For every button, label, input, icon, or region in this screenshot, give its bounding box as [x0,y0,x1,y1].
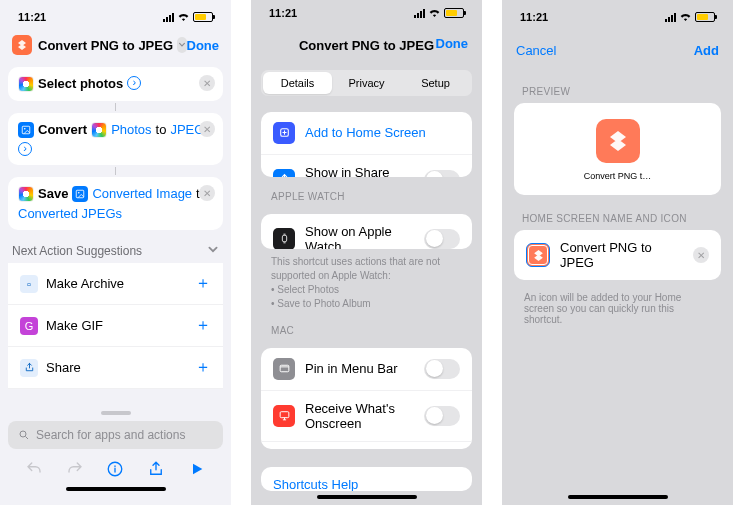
name-field[interactable]: Convert PNG to JPEG [560,240,683,270]
photos-icon [18,186,34,202]
row-label: Show on Apple Watch [305,224,414,249]
action-verb: Save [38,186,68,201]
action-save[interactable]: Save Converted Image to Converted JPEGs … [8,177,223,230]
name-row[interactable]: Convert PNG to JPEG ✕ [514,230,721,280]
remove-action-button[interactable]: ✕ [199,185,215,201]
details-header: Convert PNG to JPEG Done [251,22,482,64]
suggestion-make-gif[interactable]: G Make GIF ＋ [8,305,223,347]
status-bar: 11:21 [502,5,733,29]
name-description: An icon will be added to your Home scree… [502,284,733,333]
redo-button[interactable] [65,459,85,479]
add-button[interactable]: Add [694,43,719,58]
section-apple-watch: APPLE WATCH [251,177,482,204]
section-preview: PREVIEW [502,72,733,99]
watch-icon [273,228,295,249]
toggle-onscreen[interactable] [424,406,460,426]
row-show-watch[interactable]: Show on Apple Watch [261,214,472,249]
clear-button[interactable]: ✕ [693,247,709,263]
svg-point-1 [24,128,26,130]
svg-rect-2 [77,190,85,198]
suggestion-label: Make GIF [46,318,103,333]
done-button[interactable]: Done [187,38,220,53]
toolbar [8,449,223,483]
shortcut-title: Convert PNG to JPEG [38,38,173,53]
row-quick-action[interactable]: Use as Quick Action [261,442,472,449]
status-bar: 11:21 [0,5,231,29]
search-input[interactable]: Search for apps and actions [8,421,223,449]
photos-var-icon [91,122,107,138]
action-param-image[interactable]: Converted Image [92,186,192,201]
suggestion-label: Share [46,360,81,375]
remove-action-button[interactable]: ✕ [199,75,215,91]
section-mac: MAC [251,311,482,338]
group-watch: Show on Apple Watch [261,214,472,249]
archive-icon: ▫ [20,275,38,293]
svg-rect-7 [282,236,286,243]
action-verb: Convert [38,122,87,137]
share-icon [273,169,295,177]
row-label: Show in Share Sheet [305,165,414,177]
bottom-sheet: Search for apps and actions [0,405,231,505]
cancel-button[interactable]: Cancel [516,43,556,58]
gif-icon: G [20,317,38,335]
svg-point-3 [78,192,80,194]
wifi-icon [679,11,692,23]
image-var-icon [72,186,88,202]
preview-label: Convert PNG t… [584,171,652,181]
status-time: 11:21 [520,11,548,23]
name-icon-picker[interactable] [526,243,550,267]
tab-details[interactable]: Details [263,72,332,94]
done-button[interactable]: Done [436,36,469,51]
row-label: Add to Home Screen [305,125,460,140]
tab-privacy[interactable]: Privacy [332,72,401,94]
suggestion-make-archive[interactable]: ▫ Make Archive ＋ [8,263,223,305]
action-param-album[interactable]: Converted JPEGs [18,206,122,221]
connector [0,103,231,111]
signal-icon [665,13,676,22]
row-receive-onscreen[interactable]: Receive What's Onscreen [261,391,472,442]
tab-setup[interactable]: Setup [401,72,470,94]
suggestion-share[interactable]: Share ＋ [8,347,223,389]
remove-action-button[interactable]: ✕ [199,121,215,137]
action-select-photos[interactable]: Select photos ✕ [8,67,223,101]
battery-icon [193,12,213,22]
toggle-share-sheet[interactable] [424,170,460,177]
action-to: to [156,122,167,137]
status-right [665,11,715,23]
row-help[interactable]: Shortcuts Help [261,467,472,491]
shortcut-app-icon [12,35,32,55]
search-icon [18,429,30,441]
row-label: Shortcuts Help [273,477,460,491]
toggle-watch[interactable] [424,229,460,249]
segmented-control[interactable]: Details Privacy Setup [261,70,472,96]
screen-details: 11:21 Convert PNG to JPEG Done Details P… [251,0,482,505]
undo-button[interactable] [24,459,44,479]
title-chevron-icon[interactable] [177,37,186,53]
share-button[interactable] [146,459,166,479]
row-pin-menu[interactable]: Pin in Menu Bar [261,348,472,391]
action-convert[interactable]: Convert Photos to JPEG ✕ [8,113,223,165]
svg-point-4 [20,431,26,437]
status-right [163,11,213,23]
row-label: Pin in Menu Bar [305,361,414,376]
suggestions-title: Next Action Suggestions [12,244,142,259]
details-title: Convert PNG to JPEG [299,38,434,53]
status-time: 11:21 [18,11,46,23]
row-share-sheet[interactable]: Show in Share Sheet [261,155,472,177]
wifi-icon [428,7,441,19]
signal-icon [163,13,174,22]
chevron-right-icon [127,76,141,90]
screen-editor: 11:21 Convert PNG to JPEG Done Select ph… [0,0,231,505]
preview-icon [596,119,640,163]
toggle-pin-menu[interactable] [424,359,460,379]
grabber[interactable] [101,411,131,415]
info-button[interactable] [105,459,125,479]
chevron-down-icon[interactable] [207,244,219,259]
row-add-to-home[interactable]: Add to Home Screen [261,112,472,155]
convert-icon [18,122,34,138]
connector [0,167,231,175]
run-button[interactable] [187,459,207,479]
home-icon [273,122,295,144]
action-param-photos[interactable]: Photos [111,122,151,137]
share-icon [20,359,38,377]
